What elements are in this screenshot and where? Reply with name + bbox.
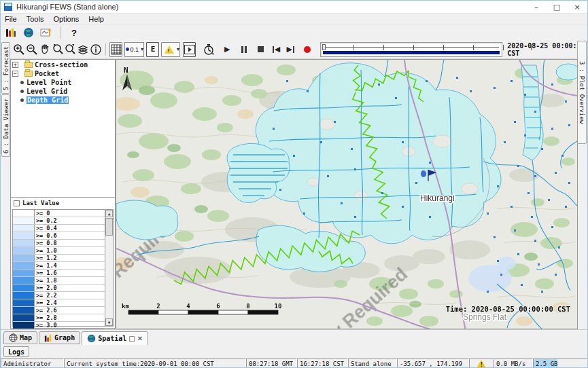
- tree-node-cross-section[interactable]: + Cross-section: [11, 60, 115, 69]
- legend-label: >= 0.2: [35, 217, 105, 224]
- timeseries-dialog-icon[interactable]: [39, 25, 54, 40]
- legend-label: >= 2.2: [35, 292, 105, 299]
- threshold-dot-icon: [126, 48, 129, 51]
- tab-map[interactable]: Map: [3, 331, 37, 344]
- scroll-up-icon[interactable]: ▲: [105, 210, 113, 217]
- legend-color-swatch: [13, 247, 35, 254]
- skip-to-start-button[interactable]: ◀: [270, 42, 283, 57]
- zoom-out-icon[interactable]: [26, 42, 39, 57]
- legend-row[interactable]: >= 2.6: [13, 307, 105, 314]
- tree-leaf-label[interactable]: Level Point: [27, 79, 71, 86]
- tree-node-pocket[interactable]: − Pocket: [11, 69, 115, 77]
- tree-leaf-label[interactable]: Level Grid: [27, 88, 67, 95]
- tab-spatial[interactable]: Spatial □ ✕: [82, 331, 148, 346]
- legend-label: >= 2.8: [35, 314, 105, 321]
- svg-text:8: 8: [246, 303, 249, 310]
- bullet-icon: [20, 90, 24, 93]
- legend-label: >= 0.6: [35, 232, 105, 239]
- legend-row[interactable]: >= 0.4: [13, 225, 105, 232]
- legend-row[interactable]: >= 0.2: [13, 217, 105, 225]
- legend-row[interactable]: >= 0: [13, 210, 105, 217]
- status-throughput: 0.0 MB/s: [494, 358, 533, 368]
- menu-help[interactable]: Help: [88, 15, 104, 23]
- menu-options[interactable]: Options: [53, 15, 79, 23]
- legend-row[interactable]: >= 2.0: [13, 284, 105, 292]
- zoom-in-icon[interactable]: [13, 42, 26, 57]
- legend-row[interactable]: >= 2.4: [13, 299, 105, 307]
- legend-list: >= 0 >= 0.2 >= 0.4: [13, 210, 105, 326]
- thresholds-warning-dropdown[interactable]: ! ▾: [161, 42, 180, 57]
- legend-label: >= 1.0: [35, 247, 105, 254]
- tree-leaf-level-grid[interactable]: Level Grid: [11, 87, 115, 95]
- tab-graph[interactable]: Graph: [39, 331, 80, 344]
- pause-button[interactable]: [238, 42, 251, 57]
- stop-button[interactable]: [254, 42, 267, 57]
- tree-leaf-level-point[interactable]: Level Point: [11, 78, 115, 86]
- tab-forecast[interactable]: 5 : Forecast: [1, 42, 10, 94]
- legend-row[interactable]: >= 3.0: [13, 322, 105, 329]
- time-slider-ruler: [324, 47, 499, 48]
- legend-row[interactable]: >= 1.0: [13, 247, 105, 255]
- legend-label: >= 1.4: [35, 262, 105, 269]
- legend-row[interactable]: >= 1.6: [13, 270, 105, 277]
- filter-tree: + Cross-section − Pocket Level Point Lev…: [11, 60, 115, 196]
- collapse-icon[interactable]: −: [12, 71, 18, 77]
- tree-node-label[interactable]: Pocket: [35, 70, 59, 77]
- pan-icon[interactable]: [39, 42, 52, 57]
- legend-scrollbar[interactable]: ▲ ▼: [105, 210, 113, 326]
- close-button[interactable]: ×: [567, 1, 587, 13]
- legend-row[interactable]: >= 1.4: [13, 262, 105, 270]
- map-toolbar: 0.1 ▾ E ! ▾ ▶ ◀ ▶: [1, 40, 587, 59]
- grid-display-button[interactable]: [109, 42, 122, 57]
- svg-text:6: 6: [216, 303, 220, 310]
- maximize-button[interactable]: □: [547, 1, 567, 13]
- title-bar[interactable]: Hikurangi FEWS (Stand alone) – □ ×: [1, 1, 587, 14]
- animation-dialog-button[interactable]: [183, 42, 196, 57]
- logs-button[interactable]: Logs: [3, 346, 29, 357]
- threshold-dropdown[interactable]: 0.1 ▾: [124, 42, 144, 57]
- legend-row[interactable]: >= 2.2: [13, 292, 105, 299]
- legend-row[interactable]: >= 0.8: [13, 240, 105, 247]
- map-view[interactable]: API Key Required API Key Required: [116, 59, 578, 329]
- legend-color-swatch: [13, 232, 35, 239]
- legend-row[interactable]: >= 1.8: [13, 277, 105, 284]
- expand-icon[interactable]: +: [12, 62, 18, 68]
- help-button[interactable]: ?: [67, 25, 82, 40]
- play-button[interactable]: ▶: [221, 42, 234, 57]
- layers-icon[interactable]: [77, 42, 90, 57]
- menu-tools[interactable]: Tools: [27, 15, 44, 23]
- skip-to-end-button[interactable]: ▶: [284, 42, 297, 57]
- time-slider-handle[interactable]: [322, 44, 326, 50]
- scale-bar: km 2 4 6 8 10: [122, 303, 281, 314]
- scroll-down-icon[interactable]: ▼: [105, 318, 113, 326]
- zoom-next-icon[interactable]: [64, 42, 77, 57]
- zoom-previous-icon[interactable]: [51, 42, 64, 57]
- time-slider[interactable]: [320, 42, 502, 57]
- contour-label-button[interactable]: E: [146, 42, 159, 57]
- tree-leaf-label-selected[interactable]: Depth Grid: [27, 96, 69, 104]
- tab-plot-overview[interactable]: 3 : Plot Overview: [577, 41, 587, 144]
- toolbar-separator: [105, 43, 106, 56]
- minimize-button[interactable]: –: [526, 1, 547, 13]
- globe-icon[interactable]: [21, 25, 36, 40]
- last-value-checkbox[interactable]: [14, 200, 20, 206]
- legend-row[interactable]: >= 1.2: [13, 255, 105, 262]
- legend-label: >= 3.0: [35, 322, 105, 329]
- animation-clock-icon[interactable]: [203, 42, 215, 57]
- right-dock-strip: 3 : Plot Overview: [576, 40, 587, 329]
- record-movie-button[interactable]: [301, 42, 314, 57]
- scrollbar-thumb[interactable]: [105, 218, 113, 236]
- map-canvas[interactable]: API Key Required API Key Required: [116, 60, 578, 329]
- info-icon[interactable]: [90, 42, 103, 57]
- threshold-value: 0.1: [131, 46, 139, 53]
- close-tab-icon[interactable]: ✕: [137, 335, 143, 342]
- explorer-icon[interactable]: [3, 25, 18, 40]
- legend-row[interactable]: >= 0.6: [13, 232, 105, 240]
- menu-file[interactable]: File: [5, 15, 17, 23]
- legend-row[interactable]: >= 2.8: [13, 314, 105, 322]
- tree-leaf-depth-grid[interactable]: Depth Grid: [11, 96, 115, 104]
- status-warning[interactable]: !: [469, 358, 494, 368]
- tree-node-label[interactable]: Cross-section: [35, 61, 88, 69]
- undock-icon[interactable]: □: [128, 335, 135, 342]
- tab-data-viewer[interactable]: 6 : Data Viewer: [1, 94, 10, 157]
